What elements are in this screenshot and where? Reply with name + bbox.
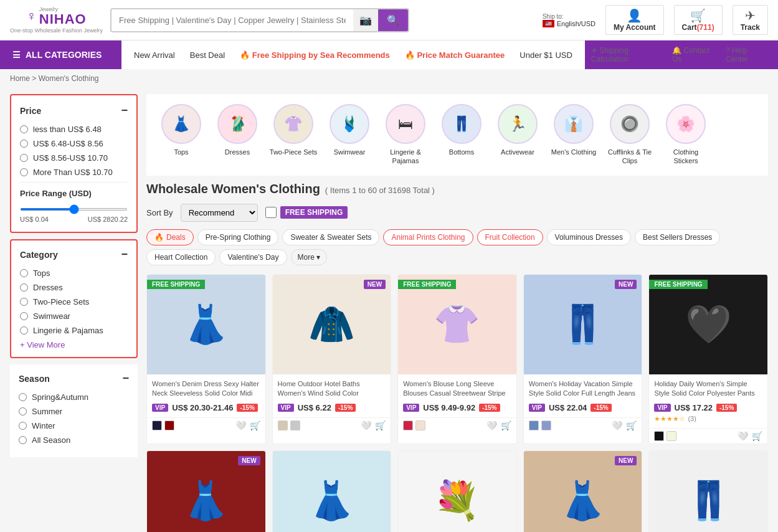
cart-add-button-2[interactable]: 🛒: [501, 420, 511, 430]
price-collapse-button[interactable]: −: [121, 104, 128, 117]
tag-sweater[interactable]: Sweater & Sweater Sets: [282, 229, 379, 245]
wishlist-button-4[interactable]: 🤍: [738, 431, 748, 441]
wishlist-button-2[interactable]: 🤍: [486, 420, 497, 430]
cat-circle-cufflinks[interactable]: 🔘 Cufflinks & Tie Clips: [605, 104, 655, 166]
wishlist-button-1[interactable]: 🤍: [361, 420, 371, 430]
season-option-spring[interactable]: Spring&Autumn: [19, 392, 129, 402]
cart-add-button-3[interactable]: 🛒: [626, 420, 637, 430]
cat-circle-activewear[interactable]: 🏃 Activewear: [493, 104, 543, 166]
season-filter: Season − Spring&Autumn Summer Winter All…: [10, 364, 138, 457]
cart-add-button-4[interactable]: 🛒: [752, 431, 762, 441]
tag-fruitcollection[interactable]: Fruit Collection: [477, 229, 543, 245]
cat-circle-img-activewear: 🏃: [498, 104, 538, 144]
cat-circle-lingerie[interactable]: 🛏 Lingerie & Pajamas: [381, 104, 430, 166]
cat-circle-mens[interactable]: 👔 Men's Clothing: [549, 104, 599, 166]
nav-contact[interactable]: 🔔 Contact Us: [672, 46, 721, 64]
nav-links: New Arrival Best Deal 🔥 Free Shipping by…: [121, 40, 585, 69]
price-option-2[interactable]: US$ 8.56-US$ 10.70: [20, 153, 128, 163]
cat-option-tops[interactable]: Tops: [20, 268, 128, 278]
product-info-1: Home Outdoor Hotel Baths Women's Wind So…: [273, 374, 391, 417]
track-button[interactable]: ✈ Track: [733, 5, 768, 35]
product-card-3[interactable]: 👖 NEW Women's Holiday Vacation Simple St…: [523, 274, 643, 444]
cat-option-twopiece[interactable]: Two-Piece Sets: [20, 297, 128, 306]
free-shipping-badge-2: FREE SHIPPING: [398, 280, 456, 289]
breadcrumb-home[interactable]: Home: [10, 74, 30, 83]
product-footer-3: 🤍 🛒: [524, 417, 642, 433]
season-collapse-button[interactable]: −: [122, 372, 129, 385]
tag-prespring[interactable]: Pre-Spring Clothing: [197, 229, 279, 245]
product-card-8[interactable]: 👗 NEW Women's Nude Bodycon Long Sleeve M…: [523, 450, 643, 532]
discount-badge-1: -15%: [335, 404, 356, 412]
cart-button[interactable]: 🛒 Cart(711): [674, 5, 723, 35]
cat-circle-stickers[interactable]: 🌸 Clothing Stickers: [661, 104, 711, 166]
cat-circle-swimwear[interactable]: 🩱 Swimwear: [325, 104, 374, 166]
wishlist-button-3[interactable]: 🤍: [612, 420, 622, 430]
category-circles-area: 👗 Tops 🥻 Dresses 👚 Two-Piece Sets 🩱 Swim…: [146, 94, 768, 176]
cart-add-button-0[interactable]: 🛒: [250, 420, 260, 430]
tag-bestsellers[interactable]: Best Sellers Dresses: [635, 229, 720, 245]
camera-search-button[interactable]: 📷: [353, 9, 378, 31]
card-actions-0: 🤍 🛒: [235, 420, 260, 430]
vip-badge-0: VIP: [152, 404, 168, 412]
cat-circle-tops[interactable]: 👗 Tops: [156, 104, 206, 166]
product-card-9[interactable]: 👖 Women's White Wide Leg Trousers High W…: [648, 450, 768, 532]
season-option-summer[interactable]: Summer: [19, 407, 129, 416]
product-image-2: 👚 FREE SHIPPING: [398, 275, 516, 374]
cat-circle-bottoms[interactable]: 👖 Bottoms: [437, 104, 486, 166]
all-categories-button[interactable]: ☰ ALL CATEGORIES: [0, 41, 121, 69]
nav-price-match[interactable]: 🔥 Price Match Guarantee: [399, 48, 511, 62]
price-option-1[interactable]: US$ 6.48-US$ 8.56: [20, 139, 128, 148]
tag-voluminous[interactable]: Voluminous Dresses: [547, 229, 631, 245]
price-range-slider[interactable]: [20, 208, 128, 211]
view-more-button[interactable]: + View More: [20, 340, 128, 349]
sort-select[interactable]: Recommend: [181, 204, 258, 222]
product-footer-0: 🤍 🛒: [147, 417, 265, 433]
product-card-6[interactable]: 👗 Women's Light Blue Ruffle Spaghetti St…: [272, 450, 392, 532]
new-badge-3: NEW: [615, 280, 637, 289]
tag-more-button[interactable]: More ▾: [291, 249, 328, 265]
free-shipping-checkbox[interactable]: [265, 207, 277, 218]
tag-animalprints[interactable]: Animal Prints Clothing: [383, 229, 473, 245]
cat-option-swimwear[interactable]: Swimwear: [20, 311, 128, 321]
product-card-7[interactable]: 💐 Women's White 3D Floral Puff Short Sle…: [397, 450, 517, 532]
category-collapse-button[interactable]: −: [121, 248, 128, 261]
account-icon: 👤: [627, 8, 642, 23]
nav-new-arrival[interactable]: New Arrival: [128, 48, 181, 62]
card-actions-1: 🤍 🛒: [361, 420, 386, 430]
product-card-4[interactable]: 🖤 FREE SHIPPING Holiday Daily Women's Si…: [648, 274, 768, 444]
product-card-5[interactable]: 👗 NEW Women's Sexy Red Leather Maxi Skir…: [146, 450, 266, 532]
nav-free-shipping[interactable]: 🔥 Free Shipping by Sea Recommends: [234, 48, 396, 62]
season-option-winter[interactable]: Winter: [19, 421, 129, 430]
account-button[interactable]: 👤 My Account: [605, 5, 664, 35]
tag-deals[interactable]: 🔥 Deals: [146, 229, 194, 245]
search-input[interactable]: [111, 11, 353, 30]
product-card-0[interactable]: 👗 FREE SHIPPING Women's Denim Dress Sexy…: [146, 274, 266, 444]
price-option-3[interactable]: More Than US$ 10.70: [20, 168, 128, 177]
tag-valentines[interactable]: Valentine's Day: [219, 249, 287, 265]
cat-option-dresses[interactable]: Dresses: [20, 283, 128, 292]
tag-heart[interactable]: Heart Collection: [146, 249, 216, 265]
season-option-allseason[interactable]: All Season: [19, 435, 129, 445]
wishlist-button-0[interactable]: 🤍: [235, 420, 246, 430]
sidebar: Price − less than US$ 6.48 US$ 6.48-US$ …: [10, 94, 138, 532]
nav-best-deal[interactable]: Best Deal: [184, 48, 231, 62]
product-card-1[interactable]: 🧥 NEW Home Outdoor Hotel Baths Women's W…: [272, 274, 392, 444]
category-circles: 👗 Tops 🥻 Dresses 👚 Two-Piece Sets 🩱 Swim…: [156, 104, 758, 166]
cart-add-button-1[interactable]: 🛒: [375, 420, 386, 430]
nav-under-dollar[interactable]: Under $1 USD: [513, 48, 579, 62]
cat-option-lingerie[interactable]: Lingerie & Pajamas: [20, 326, 128, 335]
discount-badge-2: -15%: [479, 404, 500, 412]
price-option-0[interactable]: less than US$ 6.48: [20, 125, 128, 134]
page-title-row: Wholesale Women's Clothing ( Items 1 to …: [146, 182, 768, 196]
search-button[interactable]: 🔍: [378, 9, 408, 31]
product-desc-2: Women's Blouse Long Sleeve Blouses Casua…: [403, 379, 511, 399]
product-card-2[interactable]: 👚 FREE SHIPPING Women's Blouse Long Slee…: [397, 274, 517, 444]
review-count-4: (3): [688, 415, 696, 422]
new-badge-5: NEW: [238, 456, 260, 465]
cat-circle-twopiece[interactable]: 👚 Two-Piece Sets: [268, 104, 318, 166]
logo-area: ♀ Jewelry NIHAO One-stop Wholesale Fashi…: [10, 6, 103, 34]
nav-help[interactable]: ? Help Center: [726, 46, 772, 64]
vip-badge-1: VIP: [278, 404, 294, 412]
nav-shipping-calc[interactable]: ✈ Shipping Calculation: [591, 46, 668, 64]
cat-circle-dresses[interactable]: 🥻 Dresses: [212, 104, 262, 166]
